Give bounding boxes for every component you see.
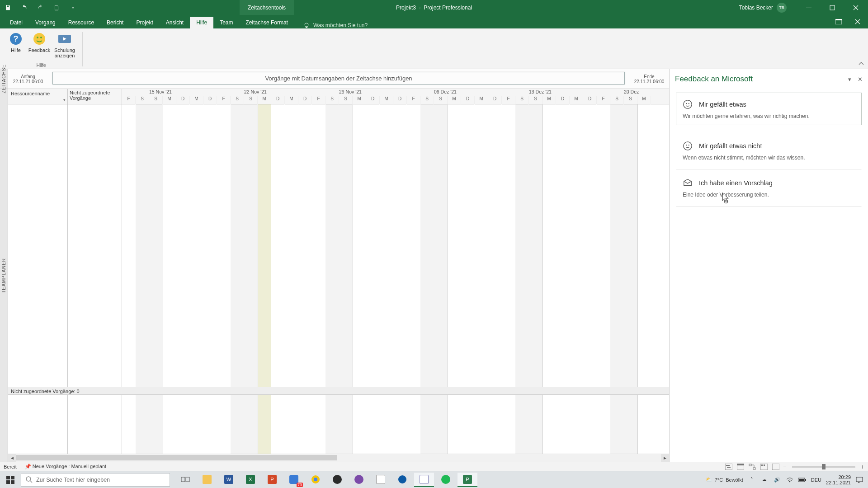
svg-rect-0 [806,8,811,8]
svg-point-10 [40,37,42,38]
ribbon-display-options-icon[interactable] [831,15,846,28]
svg-point-13 [684,100,692,108]
tab-ansicht[interactable]: Ansicht [160,17,190,28]
spotify-icon[interactable] [436,473,456,487]
app-icon-2[interactable] [371,473,391,487]
zoom-slider[interactable] [792,466,855,468]
day-label: F [217,96,231,104]
day-label: M [475,96,488,104]
edge-icon[interactable] [392,473,412,487]
day-label: M [380,96,393,104]
svg-point-16 [684,142,692,150]
obs-icon[interactable] [327,473,347,487]
tray-expand-icon[interactable]: ˄ [748,476,756,484]
planner-body[interactable] [8,104,669,387]
view-gantt-icon[interactable] [724,463,733,470]
scroll-right-icon[interactable]: ► [661,454,669,462]
lightbulb-icon [303,22,310,28]
wifi-icon[interactable] [786,476,794,484]
feedback-pane: Feedback an Microsoft ▾ ✕ Mir gefällt et… [669,69,868,462]
training-button[interactable]: Schulung anzeigen [52,30,77,58]
tell-me-search[interactable]: Was möchten Sie tun? [303,22,368,28]
workspace: ZEITACHSE Anfang 22.11.21 06:00 Vorgänge… [0,69,868,462]
maximize-button[interactable] [822,0,843,15]
minimize-button[interactable] [798,0,819,15]
feedback-suggest-option[interactable]: Ich habe einen Vorschlag Eine Idee oder … [676,169,862,206]
tab-projekt[interactable]: Projekt [130,17,159,28]
onedrive-icon[interactable]: ☁ [760,476,769,484]
view-resource-icon[interactable] [760,463,769,470]
tab-ressource[interactable]: Ressource [62,17,100,28]
view-report-icon[interactable] [771,463,780,470]
planner-bottom[interactable] [8,395,669,454]
taskbar-search[interactable]: Zur Suche Text hier eingeben [21,473,170,487]
close-button[interactable] [845,0,866,15]
view-network-icon[interactable] [748,463,757,470]
tab-vorgang[interactable]: Vorgang [29,17,62,28]
powerpoint-icon[interactable]: P [262,473,282,487]
day-label: D [461,96,475,104]
word-icon[interactable]: W [219,473,239,487]
status-ready: Bereit [4,464,17,469]
task-view-icon[interactable] [175,473,195,487]
tab-format[interactable]: Zeitachse Format [240,17,294,28]
feedback-label: Feedback [28,47,50,53]
undo-icon[interactable] [19,3,29,13]
week-label: 29 Nov '21 [339,89,362,94]
horizontal-scrollbar[interactable]: ◄ ► [8,454,669,462]
file-explorer-icon[interactable] [197,473,217,487]
timeline-add-tasks[interactable]: Vorgänge mit Datumsangaben der Zeitachse… [52,72,625,84]
chrome-icon[interactable] [306,473,326,487]
taskbar-clock[interactable]: 20:29 22.11.2021 [826,474,851,485]
language-indicator[interactable]: DEU [811,477,821,483]
zoom-out-icon[interactable]: − [783,463,787,470]
start-button[interactable] [0,471,21,488]
svg-point-15 [689,103,689,104]
timeline-vertical-label: ZEITACHSE [0,69,8,89]
svg-rect-28 [764,465,765,466]
day-label: M [570,96,583,104]
qat-customize-icon[interactable]: ▾ [68,3,78,13]
unassigned-tasks-bar[interactable]: Nicht zugeordnete Vorgänge: 0 [8,387,669,395]
excel-icon[interactable]: X [241,473,260,487]
weather-widget[interactable]: ⛅ 7°C Bewölkt [706,477,743,483]
scrollbar-thumb[interactable] [16,455,337,460]
view-calendar-icon[interactable] [736,463,745,470]
close-window-icon[interactable] [850,15,865,28]
battery-icon[interactable] [798,476,807,484]
chevron-down-icon[interactable]: ▾ [63,98,66,102]
week-label: 06 Dez '21 [434,89,457,94]
feedback-dislike-option[interactable]: Mir gefällt etwas nicht Wenn etwas nicht… [676,132,862,169]
status-new-tasks[interactable]: 📌 Neue Vorgänge : Manuell geplant [25,464,106,469]
pane-options-icon[interactable]: ▾ [848,76,851,83]
week-label: 22 Nov '21 [244,89,267,94]
notepad-icon[interactable] [414,473,434,487]
tab-bericht[interactable]: Bericht [100,17,130,28]
help-button[interactable]: ? Hilfe [5,30,27,58]
save-icon[interactable] [3,3,13,13]
tab-file[interactable]: Datei [4,17,29,28]
tab-team[interactable]: Team [213,17,239,28]
pane-close-icon[interactable]: ✕ [858,76,863,83]
feedback-like-option[interactable]: Mir gefällt etwas Wir möchten gerne erfa… [676,93,862,125]
day-label: S [339,96,353,104]
search-placeholder: Zur Suche Text hier eingeben [36,477,110,483]
document-icon[interactable] [52,3,61,13]
svg-point-41 [789,481,790,482]
scroll-left-icon[interactable]: ◄ [8,454,16,462]
edge-legacy-icon[interactable]: 73 [284,473,304,487]
user-account[interactable]: Tobias Becker TB [739,3,787,13]
column-unassigned[interactable]: Nicht zugeordnete Vorgänge [68,89,122,104]
week-label: 15 Nov '21 [149,89,172,94]
zoom-in-icon[interactable]: + [861,463,864,470]
redo-icon[interactable] [35,3,45,13]
project-icon[interactable]: P [458,473,477,487]
svg-point-17 [686,145,687,145]
volume-icon[interactable]: 🔊 [773,476,781,484]
feedback-button[interactable]: Feedback [28,30,50,58]
column-resource-name[interactable]: Ressourcenname▾ [8,89,68,104]
collapse-ribbon-icon[interactable] [858,61,864,67]
app-icon-1[interactable] [349,473,369,487]
notifications-icon[interactable] [855,476,863,484]
tab-hilfe[interactable]: Hilfe [190,17,213,28]
